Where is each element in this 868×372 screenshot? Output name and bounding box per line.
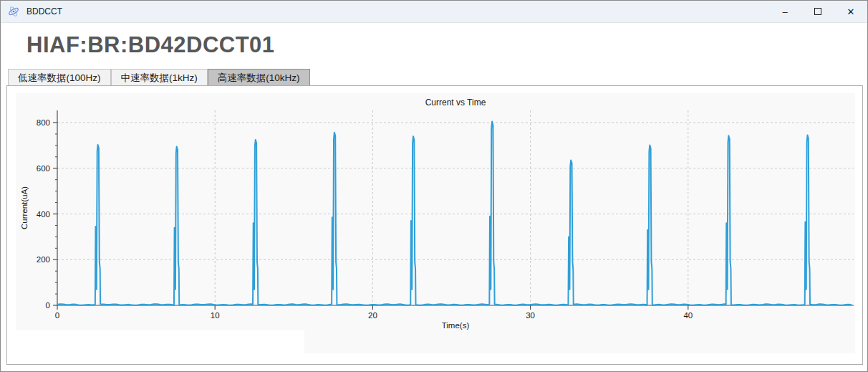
y-axis-label: Current(uA) (20, 158, 29, 258)
minimize-button[interactable]: – (768, 1, 801, 22)
tab-mid-rate[interactable]: 中速率数据(1kHz) (111, 69, 208, 86)
window-controls: – ✕ (768, 1, 867, 22)
app-window: BDDCCT – ✕ HIAF:BR:BD42DCCT01 低速率数据(100H… (0, 0, 868, 372)
maximize-icon (814, 8, 821, 15)
svg-text:400: 400 (37, 210, 50, 219)
svg-text:10: 10 (211, 311, 220, 320)
tab-low-rate[interactable]: 低速率数据(100Hz) (8, 69, 111, 86)
window-title: BDDCCT (26, 6, 62, 16)
current-vs-time-chart: 0200400600800010203040 Current vs Time C… (16, 93, 855, 353)
svg-text:20: 20 (368, 311, 377, 320)
page-title: HIAF:BR:BD42DCCT01 (26, 32, 275, 58)
title-bar: BDDCCT – ✕ (1, 1, 867, 23)
svg-text:200: 200 (37, 255, 50, 264)
svg-text:30: 30 (526, 311, 535, 320)
svg-text:800: 800 (37, 118, 50, 127)
svg-text:600: 600 (37, 164, 50, 173)
app-atom-icon (7, 5, 20, 18)
svg-text:40: 40 (683, 311, 693, 320)
maximize-button[interactable] (801, 1, 834, 22)
x-axis-label: Time(s) (57, 321, 854, 330)
svg-text:0: 0 (55, 311, 59, 320)
tab-content-panel: 0200400600800010203040 Current vs Time C… (6, 85, 863, 365)
tab-bar: 低速率数据(100Hz) 中速率数据(1kHz) 高速率数据(10kHz) (8, 69, 310, 86)
figure-blank-area (16, 330, 304, 353)
svg-text:0: 0 (46, 301, 50, 310)
close-button[interactable]: ✕ (834, 1, 867, 22)
plot-canvas: 0200400600800010203040 (16, 93, 855, 353)
tab-high-rate[interactable]: 高速率数据(10kHz) (208, 69, 310, 86)
chart-title: Current vs Time (57, 97, 854, 108)
